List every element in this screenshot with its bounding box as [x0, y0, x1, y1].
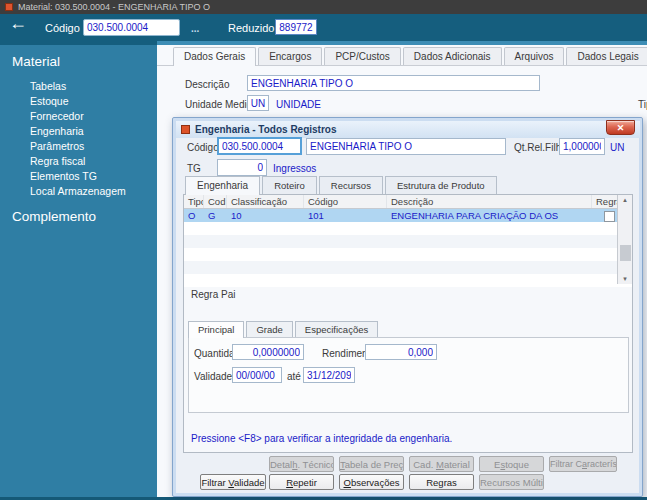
- tab-especificacoes[interactable]: Especificações: [295, 321, 378, 337]
- unidade-descricao-label: UNIDADE: [276, 99, 321, 110]
- cell-codigo: 101: [304, 209, 387, 222]
- grid-col-codigo[interactable]: Código: [304, 195, 387, 208]
- principal-groupbox: Quantidade Rendimento Validade até: [188, 337, 629, 413]
- repetir-button[interactable]: Repetir: [269, 474, 334, 490]
- scroll-down-icon[interactable]: ▾: [618, 275, 632, 283]
- reduzido-input[interactable]: [275, 19, 317, 35]
- grid-col-classificacao[interactable]: Classificação: [227, 195, 304, 208]
- filtrar-validade-button[interactable]: Filtrar Validade: [200, 474, 266, 490]
- rendimento-input[interactable]: [365, 344, 437, 360]
- grid-scrollbar[interactable]: ▴ ▾: [617, 195, 632, 284]
- grid-col-descricao[interactable]: Descrição: [387, 195, 592, 208]
- regra-pai-label: Regra Pai: [191, 289, 235, 300]
- tab-estrutura-de-produto[interactable]: Estrutura de Produto: [385, 176, 497, 194]
- scroll-up-icon[interactable]: ▴: [618, 196, 632, 204]
- engenharia-grid: Tipo Cod Classificação Código Descrição …: [184, 195, 632, 285]
- cell-cod: G: [204, 209, 227, 222]
- sidebar-item-tabelas[interactable]: Tabelas: [0, 78, 157, 93]
- table-row: [184, 274, 632, 287]
- descricao-input[interactable]: [247, 75, 540, 91]
- table-row-selected[interactable]: O G 10 101 ENGENHARIA PARA CRIAÇÃO DA OS: [184, 209, 632, 222]
- dialog-close-button[interactable]: ✕: [606, 120, 635, 135]
- engenharia-tab-panel: Tipo Cod Classificação Código Descrição …: [183, 194, 633, 453]
- tipo-label-clipped: Tipo: [638, 99, 647, 110]
- codigo-input[interactable]: [83, 19, 180, 36]
- validade-from-input[interactable]: [232, 367, 282, 383]
- reduzido-label: Reduzido: [228, 22, 274, 34]
- tab-roteiro[interactable]: Roteiro: [262, 176, 317, 194]
- inner-tab-bar: Principal Grade Especificações: [188, 321, 378, 338]
- cell-classificacao: 10: [227, 209, 304, 222]
- dialog-tab-bar: Engenharia Roteiro Recursos Estrutura de…: [185, 176, 497, 195]
- qt-rel-filho-input[interactable]: [559, 138, 605, 155]
- tab-recursos[interactable]: Recursos: [319, 176, 383, 194]
- app-icon: [5, 3, 13, 11]
- observacoes-button[interactable]: Observações: [339, 474, 404, 490]
- codigo-pai-descricao-input[interactable]: [306, 138, 506, 155]
- qt-rel-unit-label: UN: [610, 142, 624, 153]
- regra-checkbox[interactable]: [604, 211, 615, 222]
- sidebar-item-elementos-tg[interactable]: Elementos TG: [0, 168, 157, 183]
- sidebar: Material Tabelas Estoque Fornecedor Enge…: [0, 45, 157, 497]
- table-row: [184, 261, 632, 274]
- validade-to-input[interactable]: [303, 367, 355, 383]
- cell-regra: [592, 209, 617, 222]
- close-icon: ✕: [617, 123, 625, 133]
- tab-principal[interactable]: Principal: [188, 321, 244, 338]
- sidebar-item-regra-fiscal[interactable]: Regra fiscal: [0, 153, 157, 168]
- application-window: Material: 030.500.0004 - ENGENHARIA TIPO…: [0, 0, 647, 500]
- sidebar-item-estoque[interactable]: Estoque: [0, 93, 157, 108]
- ate-label: até: [287, 371, 301, 382]
- scrollbar-thumb[interactable]: [620, 245, 631, 261]
- regras-button[interactable]: Regras: [409, 474, 474, 490]
- codigo-label: Código: [45, 22, 80, 34]
- sidebar-item-engenharia[interactable]: Engenharia: [0, 123, 157, 138]
- tg-label: TG: [187, 163, 201, 174]
- tab-dados-gerais[interactable]: Dados Gerais: [173, 47, 256, 66]
- window-title: Material: 030.500.0004 - ENGENHARIA TIPO…: [18, 2, 210, 12]
- cell-descricao: ENGENHARIA PARA CRIAÇÃO DA OS: [387, 209, 592, 222]
- dialog-icon: [181, 125, 190, 134]
- sidebar-item-local-armazenagem[interactable]: Local Armazenagem: [0, 183, 157, 198]
- codigo-pai-input[interactable]: [217, 137, 302, 155]
- detalh-tecnico-button: Detalh. Técnico: [269, 456, 334, 472]
- engenharia-dialog: Engenharia - Todos Registros ✕ Código Pa…: [172, 117, 643, 497]
- cell-tipo: O: [184, 209, 204, 222]
- quantidade-input[interactable]: [232, 344, 304, 360]
- tg-descricao-label: Ingressos: [273, 163, 316, 174]
- table-row: [184, 222, 632, 235]
- validade-label: Validade: [194, 371, 232, 382]
- back-arrow-icon[interactable]: ←: [9, 13, 27, 34]
- table-row: [184, 235, 632, 248]
- recursos-multiplos-button: Recursos Múltiplos: [479, 474, 544, 490]
- tab-dados-legais[interactable]: Dados Legais: [566, 47, 647, 65]
- sidebar-item-fornecedor[interactable]: Fornecedor: [0, 108, 157, 123]
- sidebar-section-complemento[interactable]: Complemento: [12, 209, 157, 224]
- descricao-label: Descrição: [185, 79, 229, 90]
- sidebar-item-parametros[interactable]: Parâmetros: [0, 138, 157, 153]
- grid-col-regra[interactable]: Regra: [592, 195, 617, 208]
- tab-dados-adicionais[interactable]: Dados Adicionais: [403, 47, 502, 65]
- grid-col-tipo[interactable]: Tipo: [184, 195, 204, 208]
- grid-header: Tipo Cod Classificação Código Descrição …: [184, 195, 632, 209]
- grid-col-cod[interactable]: Cod: [204, 195, 227, 208]
- estoque-button: Estoque: [479, 456, 544, 472]
- tab-arquivos[interactable]: Arquivos: [504, 47, 565, 65]
- filtrar-caracteristicas-button: Filtrar Características: [549, 456, 617, 472]
- integrity-message: Pressione <F8> para verificar a integrid…: [191, 433, 452, 444]
- window-titlebar: Material: 030.500.0004 - ENGENHARIA TIPO…: [0, 0, 647, 14]
- tab-grade[interactable]: Grade: [246, 321, 292, 337]
- tg-input[interactable]: [217, 159, 267, 176]
- tab-pcp-custos[interactable]: PCP/Custos: [324, 47, 400, 65]
- table-row: [184, 248, 632, 261]
- cad-material-button: Cad. Material: [409, 456, 474, 472]
- main-tab-bar: Dados Gerais Encargos PCP/Custos Dados A…: [173, 47, 647, 66]
- header-accent-strip: [157, 41, 647, 45]
- tab-encargos[interactable]: Encargos: [258, 47, 322, 65]
- codigo-lookup-button[interactable]: ...: [191, 23, 199, 34]
- unidade-medida-input[interactable]: [247, 95, 269, 111]
- tab-engenharia[interactable]: Engenharia: [185, 176, 260, 195]
- sidebar-section-material[interactable]: Material: [12, 54, 157, 69]
- dialog-title: Engenharia - Todos Registros: [195, 124, 337, 135]
- tabela-de-precos-button: Tabela de Preços: [339, 456, 404, 472]
